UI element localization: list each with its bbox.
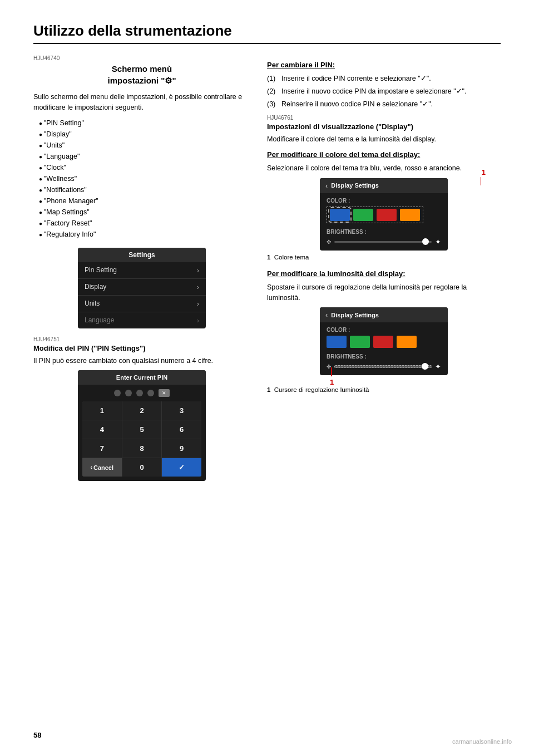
- color-label: COLOR :: [327, 198, 441, 204]
- list-item: "Clock": [39, 162, 250, 173]
- display-screen-2-body: COLOR : BRIGHTNESS : ✤ ✦: [320, 322, 448, 375]
- menu-items-list: "PIN Setting" "Display" "Units" "Languag…: [33, 117, 250, 240]
- pin-cancel-button[interactable]: ‹Cancel: [82, 458, 122, 477]
- display-screen-2: ‹ Display Settings COLOR : BRIGHTNESS : …: [320, 307, 448, 375]
- swatch-orange[interactable]: [400, 209, 420, 221]
- list-item: "Factory Reset": [39, 218, 250, 229]
- pin-step-2: (2) Inserire il nuovo codice PIN da impo…: [267, 86, 501, 97]
- brightness-row-1: ✤ ✦: [327, 238, 441, 246]
- swatch-orange-2[interactable]: [397, 336, 417, 348]
- pin-confirm-button[interactable]: ✓: [162, 458, 201, 477]
- list-item: "Regulatory Info": [39, 229, 250, 240]
- pin-dot: [114, 390, 121, 396]
- color-swatches-box: [327, 207, 423, 223]
- page-title: Utilizzo della strumentazione: [33, 22, 232, 39]
- swatch-blue-2[interactable]: [327, 336, 347, 348]
- pin-step-3: (3) Reinserire il nuovo codice PIN e sel…: [267, 99, 501, 110]
- settings-row-language: Language ›: [78, 312, 206, 328]
- color-label-2: COLOR :: [327, 327, 441, 333]
- list-item: "Language": [39, 151, 250, 162]
- pin-key-2[interactable]: 2: [122, 401, 162, 420]
- pin-key-5[interactable]: 5: [122, 420, 162, 439]
- brightness-label-1: BRIGHTNESS :: [327, 229, 441, 235]
- main-content: HJU46740 Schermo menù impostazioni "⚙" S…: [33, 55, 501, 489]
- list-item: "Map Settings": [39, 207, 250, 218]
- slider-thumb-2[interactable]: [422, 363, 428, 370]
- swatch-green[interactable]: [353, 209, 373, 221]
- pin-section-text: Il PIN può essere cambiato con qualsiasi…: [33, 356, 250, 366]
- annotation-marker-2: 1: [330, 378, 334, 386]
- backspace-icon[interactable]: ✕: [159, 389, 170, 397]
- pin-screen-title: Enter Current PIN: [78, 370, 206, 385]
- caption-2: 1 Cursore di regolazione luminosità: [267, 386, 501, 393]
- pin-key-0[interactable]: 0: [122, 458, 162, 477]
- settings-screen-title: Settings: [78, 248, 206, 262]
- settings-row-units: Units ›: [78, 296, 206, 312]
- pin-step-1: (1) Inserire il codice PIN corrente e se…: [267, 73, 501, 84]
- annotation-marker-1: 1: [482, 168, 486, 176]
- back-arrow-icon-2: ‹: [325, 311, 328, 319]
- pin-dots-row: ✕: [78, 385, 206, 401]
- pin-dot: [125, 390, 132, 396]
- list-item: "Phone Manager": [39, 195, 250, 207]
- brightness-slider-1[interactable]: [334, 241, 432, 243]
- pin-change-heading: Per cambiare il PIN:: [267, 61, 501, 69]
- slider-thumb-1[interactable]: [422, 238, 429, 245]
- pin-key-3[interactable]: 3: [162, 401, 201, 420]
- list-item: "Display": [39, 129, 250, 140]
- intro-text: Sullo schermo del menu delle impostazion…: [33, 92, 250, 113]
- display-screen-2-header: ‹ Display Settings: [320, 307, 448, 322]
- pin-keypad: 1 2 3 4 5 6 7 8 9 ‹Cancel 0 ✓: [82, 401, 201, 477]
- brightness-text: Spostare il cursore di regolazione della…: [267, 282, 501, 303]
- section-id-display: HJU46761: [267, 115, 501, 121]
- pin-screen-mockup: Enter Current PIN ✕ 1 2 3 4 5 6 7 8 9 ‹C…: [78, 370, 206, 481]
- annotation-line-2: [331, 367, 332, 376]
- right-column: Per cambiare il PIN: (1) Inserire il cod…: [267, 55, 501, 489]
- display-intro: Modificare il colore del tema e la lumin…: [267, 134, 501, 145]
- display-screen-1-wrapper: 1 ‹ Display Settings COLOR : BRIGHTNESS …: [267, 178, 501, 251]
- swatch-green-2[interactable]: [350, 336, 370, 348]
- pin-dot: [136, 390, 143, 396]
- brightness-high-icon: ✦: [435, 238, 441, 246]
- list-item: "Units": [39, 140, 250, 151]
- pin-key-7[interactable]: 7: [82, 439, 122, 458]
- swatch-red-2[interactable]: [373, 336, 393, 348]
- left-column: HJU46740 Schermo menù impostazioni "⚙" S…: [33, 55, 250, 489]
- swatch-blue[interactable]: [330, 209, 350, 221]
- watermark: carmanualsonline.info: [452, 738, 512, 745]
- pin-key-4[interactable]: 4: [82, 420, 122, 439]
- brightness-label-2: BRIGHTNESS :: [327, 354, 441, 360]
- brightness-low-icon: ✤: [327, 239, 331, 245]
- list-item: "Wellness": [39, 173, 250, 184]
- pin-section: HJU46751 Modifica del PIN ("PIN Settings…: [33, 336, 250, 366]
- brightness-low-icon-2: ✤: [327, 364, 331, 370]
- display-screen-1-body: COLOR : BRIGHTNESS : ✤ ✦: [320, 193, 448, 251]
- pin-key-1[interactable]: 1: [82, 401, 122, 420]
- settings-row-pin: Pin Setting ›: [78, 262, 206, 279]
- brightness-row-2: ✤ ✦: [327, 362, 441, 371]
- list-item: "Notifications": [39, 184, 250, 195]
- chevron-icon: ›: [197, 316, 199, 325]
- brightness-slider-2[interactable]: [334, 365, 432, 368]
- pin-key-9[interactable]: 9: [162, 439, 201, 458]
- brightness-high-icon-2: ✦: [435, 362, 441, 371]
- pin-key-8[interactable]: 8: [122, 439, 162, 458]
- chevron-icon: ›: [197, 266, 199, 274]
- pin-key-6[interactable]: 6: [162, 420, 201, 439]
- settings-screen-mockup: Settings Pin Setting › Display › Units ›…: [78, 248, 206, 328]
- swatch-red[interactable]: [377, 209, 397, 221]
- color-change-text: Selezionare il colore del tema tra blu, …: [267, 163, 501, 174]
- section-id-2: HJU46751: [33, 336, 250, 342]
- box-title: Schermo menù impostazioni "⚙": [33, 63, 250, 86]
- chevron-icon: ›: [197, 300, 199, 308]
- annotation-line-1: [481, 177, 482, 185]
- list-item: "PIN Setting": [39, 117, 250, 129]
- color-change-heading: Per modificare il colore del tema del di…: [267, 150, 501, 159]
- page-title-section: Utilizzo della strumentazione: [33, 22, 501, 44]
- color-swatches-2: [327, 336, 441, 348]
- display-screen-1: ‹ Display Settings COLOR : BRIGHTNESS : …: [320, 178, 448, 251]
- display-section-title: Impostazioni di visualizzazione ("Displa…: [267, 122, 501, 131]
- back-arrow-icon: ‹: [325, 181, 328, 190]
- settings-row-display: Display ›: [78, 279, 206, 296]
- pin-steps-list: (1) Inserire il codice PIN corrente e se…: [267, 73, 501, 109]
